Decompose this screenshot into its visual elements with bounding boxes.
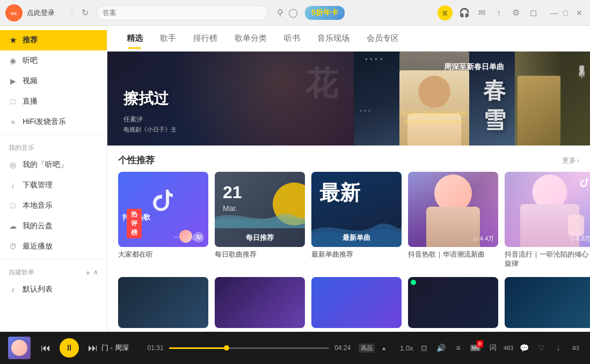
- card-singer1[interactable]: ▷ 4.4万 抖音热歌｜华语潮流新曲: [408, 172, 498, 268]
- content-area: 精选 歌手 排行榜 歌单分类 听书 音乐现场 会员专区 擦拭过: [107, 26, 590, 332]
- bottom-card-3[interactable]: [311, 277, 402, 328]
- vip-icon[interactable]: 笑: [438, 5, 453, 20]
- more-button[interactable]: ◯: [287, 6, 300, 19]
- tab-audiobook[interactable]: 听书: [275, 29, 309, 48]
- player-progress[interactable]: 01:31 04:24 高品 ▲: [148, 344, 387, 353]
- sidebar-item-hifi[interactable]: ≋ HiFi发烧音乐: [0, 112, 107, 132]
- playlist-actions: + ∧: [86, 268, 98, 277]
- playlist-player-button[interactable]: ≡ 3: [569, 341, 582, 354]
- close-button[interactable]: ✕: [576, 9, 585, 17]
- pause-button[interactable]: ⏸: [60, 338, 79, 358]
- card-img-1: 抖音热歌 热评榜 一键随心听 ↻: [118, 172, 208, 247]
- settings-icon[interactable]: ⚙: [511, 8, 521, 18]
- hifi-icon: ≋: [9, 118, 17, 126]
- prev-button[interactable]: ⏮: [37, 339, 54, 356]
- banner-center[interactable]: ✦ ✦ ✦ ✦ ✦ ✦ ✦ 周深至新春日单曲 春: [354, 52, 515, 145]
- section-title: 个性推荐: [118, 154, 155, 166]
- card-title-5: 抖音流行｜一听沦陷的倾心旋律: [505, 250, 590, 268]
- maximize-button[interactable]: □: [563, 9, 572, 17]
- banner[interactable]: 擦拭过 任素汐 电视剧《小日子》主 花 ✦ ✦ ✦ ✦ ✦ ✦: [107, 52, 590, 145]
- date-num: 21: [223, 183, 242, 202]
- progress-bar[interactable]: [169, 347, 330, 349]
- bottom-card-2[interactable]: [215, 277, 305, 328]
- card-img-3: 最新 最新单曲: [311, 172, 402, 247]
- bottom-card-1[interactable]: [118, 277, 208, 328]
- volume-button[interactable]: 🔊: [435, 341, 448, 354]
- player-thumb: [8, 337, 31, 359]
- tab-vip[interactable]: 会员专区: [358, 29, 407, 48]
- sidebar-item-download[interactable]: ↓ 下载管理: [0, 175, 107, 195]
- refresh-icon[interactable]: ↻: [193, 232, 204, 243]
- cards-grid: 抖音热歌 热评榜 一键随心听 ↻: [107, 172, 590, 277]
- mail-icon[interactable]: ✉: [476, 8, 487, 18]
- comment-button[interactable]: 💬: [518, 341, 530, 354]
- sidebar-item-local[interactable]: □ 本地音乐: [0, 195, 107, 216]
- speed-button[interactable]: 1.0x: [400, 344, 413, 352]
- banner-left[interactable]: 擦拭过 任素汐 电视剧《小日子》主 花: [107, 52, 354, 145]
- sidebar-item-recent[interactable]: ⏱ 最近播放: [0, 236, 107, 257]
- card-tiktok-hot[interactable]: 抖音热歌 热评榜 一键随心听 ↻: [118, 172, 208, 268]
- playlist-add-button[interactable]: +: [86, 268, 90, 277]
- search-button[interactable]: ⚲: [274, 6, 287, 19]
- like-button[interactable]: ♡: [535, 341, 548, 354]
- minimize-button[interactable]: —: [550, 9, 559, 17]
- next-button[interactable]: ⏭: [84, 339, 101, 356]
- card-daily[interactable]: 21 Mar. 每日推荐 每日歌曲推荐: [215, 172, 305, 268]
- title-bar-center: ‹ ↻ ⚲ ◯ 5折年卡: [65, 5, 438, 20]
- screen-button[interactable]: ⊡: [418, 341, 431, 354]
- skin-icon[interactable]: ◻: [528, 8, 538, 18]
- banner-right[interactable]: 摩登兄弟刘宁: [515, 52, 590, 145]
- promo-badge[interactable]: 5折年卡: [305, 6, 345, 20]
- tab-selected[interactable]: 精选: [118, 29, 151, 48]
- play-count-4: ▷ 4.4万: [474, 235, 494, 243]
- tab-category[interactable]: 歌单分类: [226, 29, 275, 48]
- playlist-collapse-button[interactable]: ∧: [93, 268, 98, 277]
- banner-left-title: 擦拭过: [107, 78, 185, 120]
- upload-icon[interactable]: ↑: [493, 8, 504, 18]
- mv-button[interactable]: MV 新: [469, 341, 482, 354]
- card-singer2[interactable]: ▷ 6.8万 抖音流行｜一听沦陷的倾心旋律: [505, 172, 590, 268]
- card-latest[interactable]: 最新 最新单曲 最新单曲推荐: [311, 172, 402, 268]
- video-icon: ▶: [9, 77, 17, 85]
- thumbnail-small: [179, 230, 192, 243]
- login-button[interactable]: 点此登录: [27, 8, 55, 18]
- nav-tabs: 精选 歌手 排行榜 歌单分类 听书 音乐现场 会员专区: [107, 26, 590, 52]
- tab-live[interactable]: 音乐现场: [309, 29, 358, 48]
- search-input[interactable]: [97, 5, 268, 20]
- sidebar-item-default-list[interactable]: ♪ 默认列表: [0, 279, 107, 300]
- time-total: 04:24: [334, 344, 351, 352]
- progress-dot: [224, 345, 229, 351]
- card-img-2: 21 Mar. 每日推荐: [215, 172, 305, 247]
- quality-badge[interactable]: 高品: [359, 344, 375, 353]
- title-bar-right: 笑 🎧 ✉ ↑ ⚙ ◻ — □ ✕: [438, 5, 585, 20]
- lyrics-button[interactable]: 词: [486, 341, 499, 354]
- headphone-icon[interactable]: 🎧: [459, 8, 470, 18]
- promo-text: 5折年卡: [311, 8, 338, 17]
- bottom-card-5[interactable]: [505, 277, 590, 328]
- section-header-recommend: 个性推荐 更多 ›: [107, 145, 590, 172]
- tab-chart[interactable]: 排行榜: [185, 29, 226, 48]
- card-title-3: 最新单曲推荐: [311, 250, 402, 259]
- back-button[interactable]: ‹: [65, 6, 78, 19]
- refresh-button[interactable]: ↻: [78, 6, 91, 19]
- sidebar-item-cloud[interactable]: ☁ 我的云盘: [0, 216, 107, 236]
- latest-label: 最新单曲: [343, 233, 370, 243]
- sidebar-item-my-tingba[interactable]: ◎ 我的「听吧」: [0, 155, 107, 175]
- sidebar: ★ 推荐 ◉ 听吧 ▶ 视频 □ 直播 ≋ HiFi发烧音乐 我的音乐: [0, 26, 107, 332]
- sidebar-item-recommend[interactable]: ★ 推荐: [0, 30, 107, 50]
- card-img-5: ▷ 6.8万: [505, 172, 590, 247]
- player-count: 483: [504, 345, 513, 351]
- sidebar-label-tingba: 听吧: [23, 56, 38, 65]
- date-month: Mar.: [223, 204, 237, 213]
- equalizer-button[interactable]: ≡: [452, 341, 465, 354]
- download-player-button[interactable]: ↓: [552, 341, 565, 354]
- main-content: 擦拭过 任素汐 电视剧《小日子》主 花 ✦ ✦ ✦ ✦ ✦ ✦: [107, 52, 590, 332]
- sidebar-item-live[interactable]: □ 直播: [0, 91, 107, 112]
- sidebar-item-video[interactable]: ▶ 视频: [0, 71, 107, 91]
- bottom-cards-row: [107, 277, 590, 332]
- bottom-card-4[interactable]: [408, 277, 498, 328]
- app-logo: KK: [5, 4, 23, 21]
- sidebar-item-tingba[interactable]: ◉ 听吧: [0, 50, 107, 71]
- more-button[interactable]: 更多 ›: [562, 156, 579, 165]
- tab-singer[interactable]: 歌手: [151, 29, 185, 48]
